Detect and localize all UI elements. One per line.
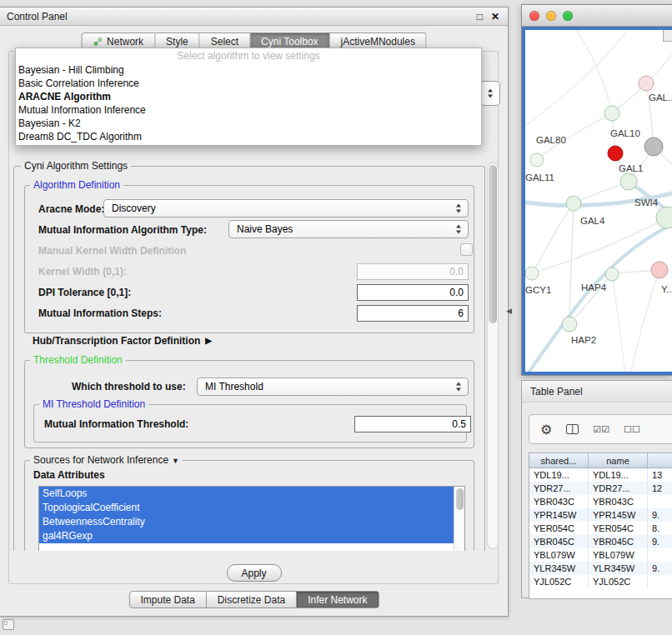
dpi-tolerance-field[interactable]: 0.0 xyxy=(357,284,469,301)
column-header[interactable]: shared... xyxy=(529,453,589,468)
network-node-gal4[interactable] xyxy=(566,196,581,211)
network-edge[interactable] xyxy=(574,182,629,203)
network-node-hap2[interactable] xyxy=(562,317,577,332)
data-attributes-label: Data Attributes xyxy=(33,469,105,481)
algorithm-option[interactable]: Mutual Information Inference xyxy=(16,103,481,117)
splitter-collapse-icon[interactable]: ◀ xyxy=(506,307,512,315)
network-edge[interactable] xyxy=(569,274,612,324)
table-row[interactable]: YBL079WYBL079W xyxy=(529,548,672,562)
float-window-icon[interactable]: □ xyxy=(477,12,483,22)
algorithm-option[interactable]: Basic Correlation Inference xyxy=(16,77,481,90)
table-cell: 12 xyxy=(648,482,672,495)
table-cell: YBR043C xyxy=(589,495,648,508)
attribute-item[interactable]: BetweennessCentrality xyxy=(39,515,454,529)
which-threshold-select[interactable]: MI Threshold xyxy=(197,378,469,396)
table-cell: YER054C xyxy=(529,522,589,535)
mi-threshold-definition-group: MI Threshold Definition Mutual Informati… xyxy=(33,404,467,442)
table-row[interactable]: YLR345WYLR345W9. xyxy=(529,562,672,575)
network-node-right-pink[interactable] xyxy=(651,262,668,278)
minimize-traffic-light[interactable] xyxy=(546,11,556,21)
network-node-gal80[interactable] xyxy=(530,153,544,167)
manual-kernel-checkbox[interactable] xyxy=(460,243,473,256)
sources-group-title[interactable]: Sources for Network Inference▼ xyxy=(30,454,183,468)
network-edge[interactable] xyxy=(569,203,574,324)
mi-threshold-definition-title: MI Threshold Definition xyxy=(39,398,148,411)
control-panel-titlebar[interactable]: Control Panel □ ✕ xyxy=(0,8,508,26)
deselect-all-icon[interactable]: ☐☐ xyxy=(624,424,640,435)
tab-label: Style xyxy=(166,36,188,48)
network-edge[interactable] xyxy=(577,30,612,113)
list-scrollbar[interactable] xyxy=(454,487,464,551)
network-window-titlebar[interactable] xyxy=(522,5,672,27)
network-node-hap4[interactable] xyxy=(605,268,619,281)
network-node-gal10-gray[interactable] xyxy=(644,138,663,156)
mi-algorithm-type-select[interactable]: Naive Bayes xyxy=(228,220,469,238)
kernel-width-field[interactable]: 0.0 xyxy=(357,263,469,280)
attribute-item[interactable]: gal4RGexp xyxy=(39,529,454,543)
network-node-gal1[interactable] xyxy=(620,173,637,190)
column-header[interactable]: name xyxy=(589,453,648,468)
table-cell: YPR145W xyxy=(529,508,589,522)
table-row[interactable]: YBR043CYBR043C xyxy=(529,495,672,508)
table-cell: YDR27... xyxy=(529,482,589,495)
list-scrollbar-thumb[interactable] xyxy=(456,488,464,510)
mi-threshold-field[interactable]: 0.5 xyxy=(354,416,471,432)
network-node-swi4[interactable] xyxy=(656,207,672,228)
network-edge[interactable] xyxy=(630,270,659,373)
hub-definition-toggle[interactable]: Hub/Transcription Factor Definition ▶ xyxy=(33,335,212,347)
which-threshold-value: MI Threshold xyxy=(205,381,263,392)
birdseye-toggle[interactable] xyxy=(663,29,672,42)
network-view-window: GAL...GAL80GAL10GAL11GAL1SWI4GAL4GCY1HAP… xyxy=(521,4,672,376)
dpi-tolerance-label: DPI Tolerance [0,1]: xyxy=(38,287,131,298)
table-row[interactable]: YJL052CYJL052C xyxy=(529,575,672,588)
bottom-tab-impute-data[interactable]: Impute Data xyxy=(128,591,206,608)
aracne-mode-select[interactable]: Discovery xyxy=(103,199,469,218)
algorithm-option[interactable]: Dream8 DC_TDC Algorithm xyxy=(16,130,481,143)
close-traffic-light[interactable] xyxy=(529,11,539,21)
minimized-panel-icon[interactable] xyxy=(3,619,14,630)
algorithm-option[interactable]: Bayesian - K2 xyxy=(16,117,481,130)
zoom-traffic-light[interactable] xyxy=(563,11,573,21)
table-row[interactable]: YBR045CYBR045C9. xyxy=(529,535,672,548)
data-attributes-list[interactable]: SelfLoopsTopologicalCoefficientBetweenne… xyxy=(38,486,465,551)
table-row[interactable]: YPR145WYPR145W9. xyxy=(529,508,672,522)
table-row[interactable]: YDL19...YDL19...13 xyxy=(529,468,672,482)
network-node-gal10-red[interactable] xyxy=(608,146,623,161)
algorithm-combobox-fragment[interactable] xyxy=(480,81,500,106)
columns-icon[interactable] xyxy=(566,424,579,434)
combo-arrows-icon xyxy=(488,89,494,98)
close-window-icon[interactable]: ✕ xyxy=(491,12,499,22)
settings-scrollbar[interactable] xyxy=(487,162,499,549)
algorithm-option-placeholder[interactable]: Select algorithm to view settings xyxy=(16,49,481,63)
column-header[interactable] xyxy=(648,453,672,468)
apply-button[interactable]: Apply xyxy=(226,564,281,582)
select-all-icon[interactable]: ☑☑ xyxy=(593,424,609,435)
attribute-item[interactable]: TopologicalCoefficient xyxy=(39,501,454,515)
gear-icon[interactable]: ⚙ xyxy=(540,422,552,438)
table-cell: YBL079W xyxy=(529,548,589,562)
network-canvas[interactable]: GAL...GAL80GAL10GAL11GAL1SWI4GAL4GCY1HAP… xyxy=(525,30,672,373)
table-row[interactable]: YER054CYER054C8. xyxy=(529,522,672,535)
control-panel-window: Control Panel □ ✕ NetworkStyleSelectCyni… xyxy=(0,7,509,617)
attribute-item[interactable]: SelfLoops xyxy=(39,487,454,501)
network-edge[interactable] xyxy=(612,274,625,373)
mi-steps-field[interactable]: 6 xyxy=(357,305,469,322)
threshold-definition-group: Threshold Definition Which threshold to … xyxy=(24,360,474,448)
settings-scrollbar-thumb[interactable] xyxy=(489,165,497,323)
network-node-top-pink[interactable] xyxy=(639,76,654,91)
bottom-tab-discretize-data[interactable]: Discretize Data xyxy=(207,591,297,608)
table-cell: 13 xyxy=(648,468,672,482)
network-edge[interactable] xyxy=(532,203,574,273)
algorithm-option[interactable]: ARACNE Algorithm xyxy=(16,90,481,103)
bottom-tab-infer-network[interactable]: Infer Network xyxy=(297,591,379,608)
table-row[interactable]: YDR27...YDR27...12 xyxy=(529,482,672,495)
table-cell: YDR27... xyxy=(589,482,648,495)
algorithm-option[interactable]: Bayesian - Hill Climbing xyxy=(16,63,481,77)
network-canvas-container[interactable]: GAL...GAL80GAL10GAL11GAL1SWI4GAL4GCY1HAP… xyxy=(522,27,672,375)
table-cell: 9. xyxy=(648,535,672,548)
tab-label: Network xyxy=(107,36,143,48)
network-node-gcy1[interactable] xyxy=(525,267,539,280)
network-node-gal10-upper[interactable] xyxy=(604,106,619,121)
combo-arrows-icon xyxy=(456,382,462,392)
network-edge[interactable] xyxy=(532,218,667,273)
